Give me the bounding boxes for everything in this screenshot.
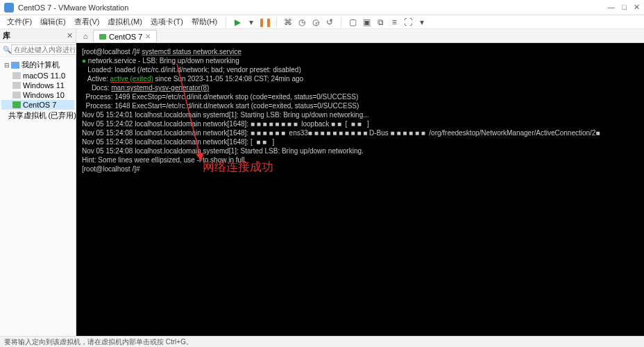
app-icon bbox=[4, 3, 14, 12]
tree-item-macos[interactable]: macOS 11.0 bbox=[1, 71, 74, 81]
pause-icon[interactable]: ❚❚ bbox=[260, 17, 271, 28]
search-icon: 🔍 bbox=[3, 46, 11, 53]
docs-link: man:systemd-sysv-generator(8) bbox=[111, 84, 209, 92]
tree-shared-vms[interactable]: 共享虚拟机 (已弃用) bbox=[1, 110, 74, 121]
tree-item-label: CentOS 7 bbox=[23, 101, 56, 109]
toolbar-separator bbox=[276, 17, 277, 27]
terminal-line: Process: 1499 ExecStop=/etc/rc.d/init.d/… bbox=[82, 92, 638, 101]
library-toggle-icon[interactable]: ≡ bbox=[389, 17, 400, 28]
menu-tabs[interactable]: 选项卡(T) bbox=[148, 15, 186, 28]
terminal-command: systemctl status network.service bbox=[142, 48, 241, 56]
vm-icon bbox=[12, 82, 21, 89]
annotation-text: 网络连接成功 bbox=[203, 162, 273, 171]
terminal-line: Active: bbox=[82, 75, 110, 83]
tree-shared-label: 共享虚拟机 (已弃用) bbox=[8, 110, 76, 121]
tab-centos7[interactable]: CentOS 7 ✕ bbox=[93, 30, 157, 42]
snapshot-icon[interactable]: ◷ bbox=[296, 17, 307, 28]
home-tab[interactable]: ⌂ bbox=[79, 30, 92, 42]
window-title: CentOS 7 - VMware Workstation bbox=[18, 3, 607, 12]
unity-icon[interactable]: ▣ bbox=[361, 17, 372, 28]
tree-item-centos7[interactable]: CentOS 7 bbox=[1, 100, 74, 110]
terminal-line: Nov 05 15:24:08 localhost.localdomain ne… bbox=[82, 137, 638, 146]
terminal-line: Nov 05 15:24:01 localhost.localdomain sy… bbox=[82, 110, 638, 119]
toolbar-separator2 bbox=[341, 17, 341, 27]
minimize-button[interactable]: — bbox=[607, 3, 615, 12]
sidebar-title: 库 bbox=[3, 31, 10, 41]
sidebar-header: 库 ✕ bbox=[0, 29, 76, 43]
maximize-button[interactable]: □ bbox=[622, 3, 627, 12]
menu-file[interactable]: 文件(F) bbox=[4, 15, 35, 28]
tree-item-label: Windows 10 bbox=[23, 91, 65, 99]
snapshot-manager-icon[interactable]: ◶ bbox=[310, 17, 321, 28]
tab-bar: ⌂ CentOS 7 ✕ bbox=[76, 29, 644, 43]
main-area: 库 ✕ 🔍 ▾ ⊟ 我的计算机 macOS 11.0 Windows 11 bbox=[0, 29, 644, 336]
terminal-line: network.service - LSB: Bring up/down net… bbox=[88, 57, 239, 65]
tab-close-icon[interactable]: ✕ bbox=[145, 33, 151, 40]
power-on-icon[interactable]: ▶ bbox=[232, 17, 243, 28]
terminal-line: Process: 1648 ExecStart=/etc/rc.d/init.d… bbox=[82, 101, 638, 110]
tree-item-label: macOS 11.0 bbox=[23, 71, 65, 80]
tree-root-mycomputer[interactable]: ⊟ 我的计算机 bbox=[1, 59, 74, 71]
terminal-line: since Sun 2023-11-05 15:24:08 CST; 24min… bbox=[153, 75, 303, 83]
content-area: ⌂ CentOS 7 ✕ [root@localhost /]# systemc… bbox=[76, 29, 644, 336]
tree-item-win10[interactable]: Windows 10 bbox=[1, 90, 74, 100]
menu-separator bbox=[226, 17, 226, 27]
fullscreen-icon[interactable]: ▢ bbox=[347, 17, 358, 28]
revert-snapshot-icon[interactable]: ↺ bbox=[324, 17, 335, 28]
status-text: 要将输入定向到该虚拟机，请在虚拟机内部单击或按 Ctrl+G。 bbox=[4, 337, 193, 347]
tree-item-win11[interactable]: Windows 11 bbox=[1, 81, 74, 90]
tree-toggle-icon[interactable] bbox=[4, 112, 6, 119]
vm-running-icon bbox=[99, 34, 106, 40]
terminal-line: Nov 05 15:24:08 localhost.localdomain ne… bbox=[82, 128, 638, 137]
status-bar: 要将输入定向到该虚拟机，请在虚拟机内部单击或按 Ctrl+G。 bbox=[0, 336, 644, 347]
menu-vm[interactable]: 虚拟机(M) bbox=[105, 15, 145, 28]
sidebar-close-icon[interactable]: ✕ bbox=[67, 31, 73, 40]
power-dropdown-icon[interactable]: ▾ bbox=[246, 17, 257, 28]
toolbar-dropdown-icon[interactable]: ▾ bbox=[416, 17, 427, 28]
sidebar: 库 ✕ 🔍 ▾ ⊟ 我的计算机 macOS 11.0 Windows 11 bbox=[0, 29, 76, 336]
menu-edit[interactable]: 编辑(E) bbox=[37, 15, 69, 28]
tab-label: CentOS 7 bbox=[109, 33, 142, 41]
send-cad-icon[interactable]: ⌘ bbox=[282, 17, 294, 28]
prompt: [root@localhost /]# bbox=[82, 165, 142, 173]
prompt: [root@localhost /]# bbox=[82, 48, 142, 56]
terminal-line: Nov 05 15:24:08 localhost.localdomain sy… bbox=[82, 146, 638, 155]
active-status: active (exited) bbox=[110, 75, 153, 83]
terminal-line: Loaded: loaded (/etc/rc.d/init.d/network… bbox=[82, 65, 638, 74]
window-controls: — □ ✕ bbox=[607, 3, 640, 12]
tree-root-label: 我的计算机 bbox=[22, 60, 60, 70]
tree-item-label: Windows 11 bbox=[23, 81, 65, 90]
terminal-line: Nov 05 15:24:02 localhost.localdomain ne… bbox=[82, 119, 638, 128]
vm-icon bbox=[12, 72, 21, 79]
close-button[interactable]: ✕ bbox=[634, 3, 640, 12]
sidebar-search: 🔍 ▾ bbox=[0, 43, 76, 57]
title-bar: CentOS 7 - VMware Workstation — □ ✕ bbox=[0, 0, 644, 15]
menu-bar: 文件(F) 编辑(E) 查看(V) 虚拟机(M) 选项卡(T) 帮助(H) ▶ … bbox=[0, 15, 644, 29]
vm-tree: ⊟ 我的计算机 macOS 11.0 Windows 11 Windows 10… bbox=[0, 57, 76, 124]
status-bullet: ● bbox=[82, 57, 88, 65]
terminal-line: Hint: Some lines were ellipsized, use -l… bbox=[82, 155, 638, 164]
stretch-icon[interactable]: ⛶ bbox=[402, 17, 414, 28]
tree-toggle-icon[interactable]: ⊟ bbox=[4, 62, 11, 69]
vm-icon bbox=[12, 92, 21, 99]
menu-help[interactable]: 帮助(H) bbox=[189, 15, 220, 28]
view-cycle-icon[interactable]: ⧉ bbox=[375, 17, 386, 28]
vm-running-icon bbox=[12, 101, 21, 108]
computer-icon bbox=[11, 62, 19, 69]
menu-view[interactable]: 查看(V) bbox=[71, 15, 103, 28]
vm-console-terminal[interactable]: [root@localhost /]# systemctl status net… bbox=[76, 43, 644, 336]
terminal-line: Docs: bbox=[82, 84, 111, 92]
